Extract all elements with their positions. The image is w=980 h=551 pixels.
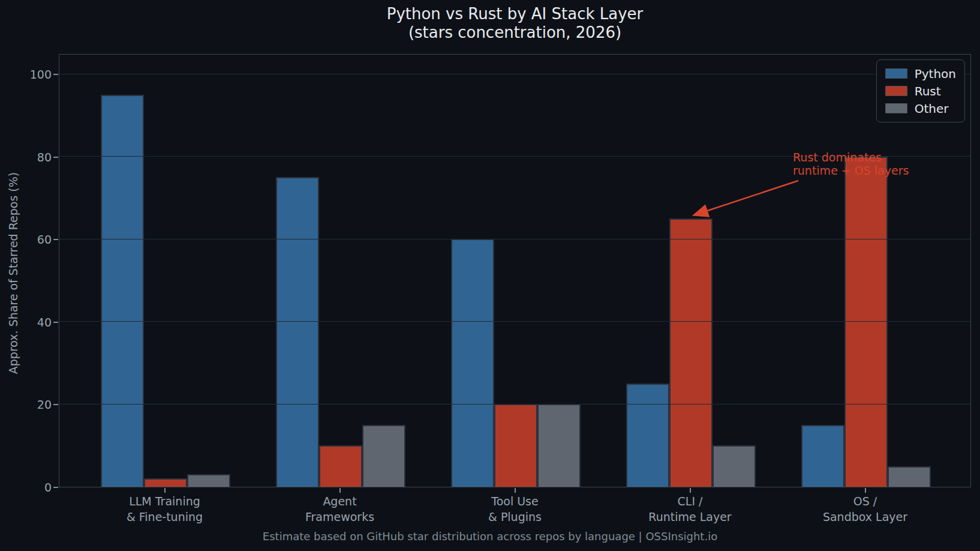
y-tick-label-20: 20 [0,397,52,412]
bar-rust-1 [319,445,362,487]
y-tick-label-0: 0 [0,480,52,495]
legend-label-python: Python [915,67,956,81]
legend-label-rust: Rust [915,84,941,98]
bar-python-0 [101,95,144,487]
x-tick-mark-1 [339,488,341,493]
x-tick-label-4-line-1: Sandbox Layer [778,509,953,525]
chart-figure: Python vs Rust by AI Stack Layer (stars … [0,0,980,551]
x-tick-mark-3 [690,488,691,493]
x-tick-label-3-line-1: Runtime Layer [603,509,778,525]
x-tick-label-2-line-0: Tool Use [428,493,603,509]
chart-subtitle: (stars concentration, 2026) [59,23,971,42]
legend-row-rust: Rust [885,82,956,100]
bar-python-4 [801,425,844,487]
x-tick-label-0-line-1: & Fine-tuning [77,509,252,525]
bar-python-1 [276,177,319,487]
bar-other-0 [187,474,230,487]
gridline-60 [59,239,970,239]
x-tick-mark-4 [865,488,866,493]
bar-rust-0 [144,478,187,487]
legend-row-python: Python [885,65,956,82]
plot-area [59,54,971,487]
annotation-line-2: runtime + OS layers [793,164,909,177]
footer-caption: Estimate based on GitHub star distributi… [0,530,980,543]
x-tick-mark-2 [515,488,516,493]
y-tick-label-80: 80 [0,150,52,164]
y-tick-label-60: 60 [0,232,52,247]
y-tick-mark-80 [53,157,58,158]
bar-other-1 [362,425,405,487]
x-tick-label-3-line-0: CLI / [603,493,778,509]
chart-title-block: Python vs Rust by AI Stack Layer (stars … [59,5,971,42]
annotation-text: Rust dominates runtime + OS layers [793,151,909,177]
x-tick-label-2: Tool Use& Plugins [428,493,603,525]
legend-swatch-rust [885,86,907,96]
bar-rust-2 [494,404,537,487]
x-tick-label-0: LLM Training& Fine-tuning [77,493,252,525]
chart-title: Python vs Rust by AI Stack Layer [59,5,971,23]
bar-other-4 [888,466,931,487]
annotation-line-1: Rust dominates [793,151,909,164]
bar-rust-3 [669,218,713,487]
bar-other-3 [713,445,756,487]
x-tick-label-1-line-0: Agent [252,493,428,509]
y-tick-mark-40 [53,322,58,323]
gridline-100 [59,74,970,74]
legend-swatch-python [885,68,907,79]
legend-swatch-other [885,103,907,113]
bar-python-2 [451,239,494,487]
y-tick-mark-100 [53,74,58,75]
y-tick-mark-0 [53,487,58,488]
x-tick-label-1-line-1: Frameworks [252,509,428,525]
y-tick-mark-20 [53,404,58,405]
bar-other-2 [537,404,581,487]
bar-python-3 [626,384,669,487]
x-tick-label-4-line-0: OS / [778,493,953,509]
y-tick-label-100: 100 [0,67,52,82]
x-tick-mark-0 [164,488,166,493]
y-tick-label-40: 40 [0,315,52,330]
legend: PythonRustOther [876,59,965,122]
x-tick-label-3: CLI /Runtime Layer [603,493,778,525]
x-tick-label-2-line-1: & Plugins [428,509,603,525]
x-tick-label-1: AgentFrameworks [252,493,428,525]
y-axis-label: Approx. Share of Starred Repos (%) [7,172,20,374]
gridline-40 [59,321,970,322]
legend-label-other: Other [915,101,949,116]
x-tick-label-4: OS /Sandbox Layer [778,493,953,525]
gridline-20 [59,404,970,405]
x-tick-label-0-line-0: LLM Training [77,493,252,509]
y-tick-mark-60 [53,239,58,240]
legend-row-other: Other [885,100,956,117]
